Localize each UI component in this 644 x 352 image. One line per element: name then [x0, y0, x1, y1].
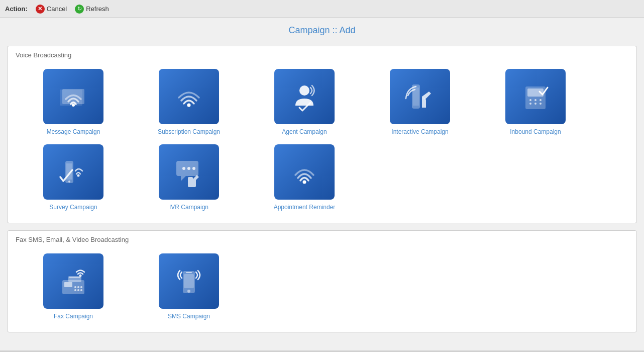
interactive-campaign-icon [400, 76, 440, 117]
svg-point-15 [192, 167, 195, 170]
interactive-campaign-item[interactable]: Interactive Campaign [362, 64, 478, 139]
subscription-campaign-label: Subscription Campaign [158, 128, 220, 135]
inbound-campaign-label: Inbound Campaign [510, 128, 561, 135]
message-campaign-label: Message Campaign [47, 128, 100, 135]
subscription-campaign-item[interactable]: Subscription Campaign [131, 64, 247, 139]
survey-campaign-item[interactable]: Survey Campaign [16, 139, 131, 215]
svg-point-16 [303, 181, 306, 184]
interactive-campaign-icon-box [390, 69, 450, 124]
svg-point-14 [187, 167, 190, 170]
refresh-button[interactable]: ↻ Refresh [75, 5, 109, 14]
appointment-reminder-label: Appointment Reminder [274, 204, 336, 211]
svg-rect-30 [186, 272, 192, 273]
cancel-icon: ✕ [36, 5, 45, 14]
subscription-campaign-icon [169, 76, 209, 117]
fax-campaign-icon [53, 261, 93, 301]
fax-campaign-grid: Fax Campaign [16, 248, 628, 324]
inbound-campaign-item[interactable]: Inbound Campaign [478, 64, 593, 139]
appointment-reminder-icon-box [274, 144, 335, 200]
ivr-campaign-item[interactable]: IVR Campaign [131, 139, 247, 215]
sms-campaign-icon [169, 261, 209, 301]
svg-point-9 [534, 103, 536, 105]
message-campaign-icon-box [43, 69, 103, 124]
action-label: Action: [5, 5, 28, 13]
appointment-reminder-item[interactable]: Appointment Reminder [247, 139, 362, 215]
cancel-button[interactable]: ✕ Cancel [36, 5, 67, 14]
svg-point-13 [182, 167, 185, 170]
agent-campaign-icon-box [274, 69, 335, 124]
appointment-reminder-icon [284, 152, 325, 192]
svg-point-2 [299, 85, 309, 96]
action-bar: Action: ✕ Cancel ↻ Refresh [0, 0, 644, 18]
survey-campaign-label: Survey Campaign [49, 204, 97, 211]
sms-campaign-label: SMS Campaign [168, 313, 210, 320]
svg-rect-18 [64, 282, 72, 287]
ivr-campaign-label: IVR Campaign [169, 204, 208, 211]
ivr-campaign-icon [169, 152, 209, 192]
sms-campaign-icon-box [159, 253, 219, 309]
svg-point-22 [74, 286, 76, 288]
svg-point-27 [80, 289, 82, 291]
fax-campaign-item[interactable]: Fax Campaign [16, 248, 131, 324]
svg-point-31 [187, 290, 190, 293]
survey-campaign-icon [53, 152, 93, 192]
inbound-campaign-icon [515, 76, 556, 117]
inbound-campaign-icon-box [505, 69, 566, 124]
svg-point-6 [534, 99, 536, 101]
message-campaign-item[interactable]: Message Campaign [16, 64, 131, 139]
fax-campaign-icon-box [43, 253, 103, 309]
sms-campaign-item[interactable]: SMS Campaign [131, 248, 247, 324]
svg-point-24 [80, 286, 82, 288]
fax-sms-title: Fax SMS, Email, & Video Broadcasting [16, 236, 628, 243]
agent-campaign-label: Agent Campaign [282, 128, 327, 135]
refresh-label: Refresh [86, 5, 109, 13]
agent-campaign-icon [284, 76, 325, 117]
page-title: Campaign :: Add [0, 18, 644, 41]
ivr-campaign-icon-box [159, 144, 219, 200]
svg-point-7 [540, 99, 542, 101]
svg-rect-20 [69, 277, 80, 278]
svg-point-1 [187, 104, 191, 107]
refresh-icon: ↻ [75, 5, 84, 14]
interactive-campaign-label: Interactive Campaign [391, 128, 448, 135]
fax-sms-section: Fax SMS, Email, & Video Broadcasting [7, 230, 637, 332]
svg-point-26 [77, 289, 79, 291]
svg-point-23 [77, 286, 79, 288]
svg-point-10 [540, 103, 542, 105]
voice-broadcasting-title: Voice Broadcasting [16, 51, 628, 59]
svg-point-8 [529, 103, 531, 105]
subscription-campaign-icon-box [159, 69, 219, 124]
svg-point-0 [72, 104, 75, 107]
svg-point-12 [77, 174, 80, 177]
survey-campaign-icon-box [43, 144, 103, 200]
svg-rect-29 [184, 274, 194, 288]
svg-point-21 [79, 275, 82, 277]
message-campaign-icon [53, 76, 93, 117]
voice-campaign-grid: Message Campaign Subscription Campaign [16, 64, 628, 215]
agent-campaign-item[interactable]: Agent Campaign [247, 64, 362, 139]
fax-campaign-label: Fax Campaign [54, 313, 93, 320]
svg-point-5 [529, 99, 531, 101]
svg-point-11 [68, 181, 70, 183]
svg-rect-19 [68, 276, 81, 282]
svg-point-25 [74, 289, 76, 291]
main-content: Voice Broadcasting [0, 41, 644, 350]
cancel-label: Cancel [47, 5, 67, 13]
voice-broadcasting-section: Voice Broadcasting [7, 46, 637, 223]
